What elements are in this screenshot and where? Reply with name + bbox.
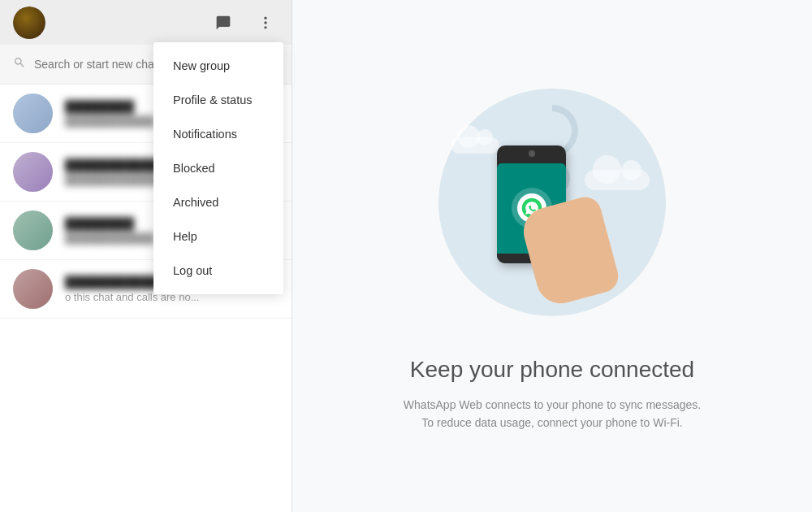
menu-item-blocked[interactable]: Blocked (153, 151, 283, 185)
main-title: Keep your phone connected (410, 357, 694, 383)
left-panel: ████████ ████████████ ████████████ █████… (0, 0, 292, 512)
chat-avatar (13, 210, 53, 250)
chat-avatar (13, 93, 53, 133)
chat-avatar (13, 269, 53, 309)
menu-item-new-group[interactable]: New group (153, 49, 283, 83)
header-left (13, 7, 45, 39)
menu-item-profile-status[interactable]: Profile & status (153, 83, 283, 117)
menu-item-help[interactable]: Help (153, 219, 283, 254)
dots-icon (257, 15, 274, 31)
chat-icon (215, 15, 231, 31)
menu-item-archived[interactable]: Archived (153, 185, 283, 219)
new-chat-button[interactable] (210, 10, 236, 36)
dropdown-menu: New group Profile & status Notifications… (153, 42, 283, 294)
svg-point-1 (264, 21, 266, 24)
search-icon (13, 56, 26, 72)
menu-item-notifications[interactable]: Notifications (153, 117, 283, 151)
phone-hand (481, 137, 611, 300)
chat-header (0, 0, 292, 45)
avatar-image (13, 7, 45, 39)
phone-camera (529, 150, 535, 157)
main-description: WhatsApp Web connects to your phone to s… (398, 396, 706, 432)
menu-item-logout[interactable]: Log out (153, 254, 283, 288)
menu-button[interactable] (253, 10, 279, 36)
svg-point-2 (264, 26, 266, 28)
phone-illustration (481, 137, 611, 300)
avatar[interactable] (13, 7, 45, 39)
svg-point-0 (264, 16, 266, 19)
header-icons (210, 10, 279, 36)
chat-avatar (13, 152, 53, 192)
right-panel: Keep your phone connected WhatsApp Web c… (292, 0, 812, 512)
illustration (430, 80, 674, 324)
